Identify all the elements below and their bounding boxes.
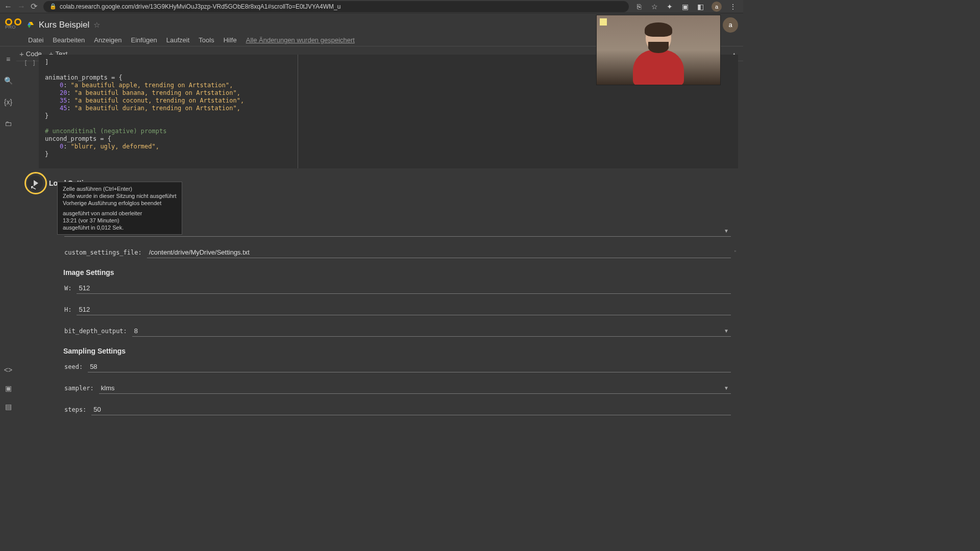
sticky-note bbox=[600, 18, 607, 26]
sampler-row: sampler: klms ▼ bbox=[64, 383, 731, 394]
toc-icon[interactable]: ≡ bbox=[4, 55, 13, 64]
menu-help[interactable]: Hilfe bbox=[224, 36, 237, 44]
h-input[interactable] bbox=[77, 304, 731, 315]
main-area: [ ] ] animation_prompts = { 0: "a beauti… bbox=[16, 52, 743, 416]
sidepanel-icon[interactable]: ▣ bbox=[681, 3, 689, 11]
webcam-person bbox=[628, 24, 689, 85]
search-icon[interactable]: 🔍 bbox=[4, 76, 13, 85]
url-text: colab.research.google.com/drive/13G9KHyM… bbox=[60, 3, 340, 10]
sampling-settings-heading: Sampling Settings bbox=[63, 347, 731, 355]
command-palette-icon[interactable]: ▤ bbox=[4, 402, 13, 411]
extensions-icon[interactable]: ✦ bbox=[666, 3, 674, 11]
reload-icon[interactable]: ⟳ bbox=[31, 2, 37, 11]
h-row: H: bbox=[64, 304, 731, 315]
form-cell: Load Settings Zelle ausführen (Ctrl+Ente… bbox=[21, 173, 738, 416]
panel-icon[interactable]: ◧ bbox=[696, 3, 704, 11]
address-bar[interactable]: 🔒 colab.research.google.com/drive/13G9KH… bbox=[43, 1, 629, 12]
bit-depth-select[interactable]: 8 ▼ bbox=[132, 325, 731, 337]
sampler-select[interactable]: klms ▼ bbox=[99, 383, 731, 394]
drive-icon bbox=[27, 21, 35, 29]
lock-icon: 🔒 bbox=[50, 3, 57, 10]
user-avatar[interactable]: a bbox=[723, 17, 738, 33]
code-snippets-icon[interactable]: <> bbox=[4, 365, 13, 374]
doc-title-wrap: Kurs Beispiel ☆ bbox=[27, 20, 100, 30]
browser-toolbar: ← → ⟳ 🔒 colab.research.google.com/drive/… bbox=[0, 0, 743, 13]
menu-edit[interactable]: Bearbeiten bbox=[53, 36, 85, 44]
star-icon[interactable]: ☆ bbox=[93, 20, 100, 30]
image-settings-heading: Image Settings bbox=[63, 268, 731, 277]
run-tooltip: Zelle ausführen (Ctrl+Enter) Zelle wurde… bbox=[57, 182, 182, 235]
forward-icon: → bbox=[17, 2, 26, 11]
w-row: W: bbox=[64, 283, 731, 294]
chevron-down-icon: ▼ bbox=[724, 328, 729, 334]
menu-file[interactable]: Datei bbox=[28, 36, 43, 44]
seed-input[interactable] bbox=[88, 361, 731, 372]
terminal-icon[interactable]: ▣ bbox=[4, 384, 13, 393]
left-rail: ≡ 🔍 {x} 🗀 <> ▣ ▤ bbox=[0, 52, 16, 416]
seed-row: seed: bbox=[64, 361, 731, 372]
document-title[interactable]: Kurs Beispiel bbox=[39, 20, 89, 30]
variables-icon[interactable]: {x} bbox=[4, 97, 13, 107]
webcam-overlay bbox=[596, 15, 721, 85]
profile-avatar[interactable]: a bbox=[712, 2, 722, 12]
field-label: custom_settings_file: bbox=[64, 249, 142, 256]
menu-tools[interactable]: Tools bbox=[199, 36, 214, 44]
save-status[interactable]: Alle Änderungen wurden gespeichert bbox=[246, 36, 355, 44]
cell-gutter: [ ] bbox=[21, 55, 39, 168]
menu-view[interactable]: Anzeigen bbox=[94, 36, 121, 44]
code-editor[interactable]: ] animation_prompts = { 0: "a beautiful … bbox=[39, 55, 298, 168]
run-cell-button[interactable] bbox=[28, 176, 43, 191]
translate-icon[interactable]: ⎘ bbox=[635, 3, 643, 11]
steps-row: steps: bbox=[64, 404, 731, 415]
chevron-down-icon: ▼ bbox=[724, 228, 729, 234]
browser-action-group: ⎘ ☆ ✦ ▣ ◧ a ⋮ bbox=[635, 2, 739, 12]
bookmark-icon[interactable]: ☆ bbox=[650, 3, 658, 11]
menu-insert[interactable]: Einfügen bbox=[131, 36, 157, 44]
quote-indicator: " bbox=[734, 250, 736, 256]
custom-settings-file-input[interactable] bbox=[147, 247, 731, 258]
menu-runtime[interactable]: Laufzeit bbox=[166, 36, 190, 44]
w-input[interactable] bbox=[77, 283, 731, 294]
back-icon[interactable]: ← bbox=[4, 2, 12, 11]
nav-arrow-group: ← → ⟳ bbox=[4, 2, 37, 11]
exec-bracket[interactable]: [ ] bbox=[24, 60, 37, 168]
steps-input[interactable] bbox=[91, 404, 731, 415]
play-icon bbox=[34, 180, 38, 186]
chevron-down-icon: ▼ bbox=[724, 385, 729, 391]
files-icon[interactable]: 🗀 bbox=[4, 119, 13, 128]
pro-badge: PRO bbox=[5, 24, 16, 30]
kebab-icon[interactable]: ⋮ bbox=[729, 3, 737, 11]
bit-depth-row: bit_depth_output: 8 ▼ bbox=[64, 325, 731, 337]
custom-settings-file-row: custom_settings_file: " bbox=[64, 247, 731, 258]
